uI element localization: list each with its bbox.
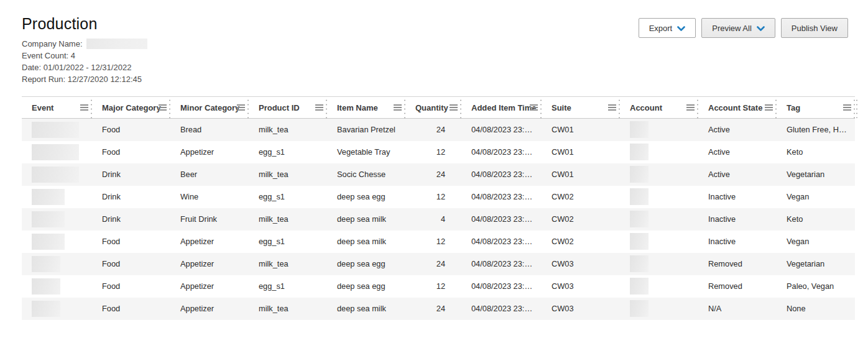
cell-tag: Vegan (777, 231, 855, 253)
column-header-label: Account State (708, 103, 762, 112)
cell-quantity: 24 (405, 119, 461, 141)
column-header-account_state[interactable]: Account State (698, 97, 777, 119)
redacted-value (630, 188, 649, 205)
column-menu-icon[interactable] (315, 104, 323, 111)
column-menu-icon[interactable] (450, 104, 458, 111)
column-menu-icon[interactable] (394, 104, 402, 111)
redacted-value (32, 122, 79, 138)
cell-product_id: egg_s1 (249, 141, 327, 163)
table-row: DrinkFruit Drinkmilk_teadeep sea milk404… (22, 208, 855, 231)
cell-account (620, 208, 698, 231)
cell-quantity: 12 (405, 186, 461, 208)
cell-event (22, 141, 92, 163)
redacted-value (32, 301, 60, 317)
cell-account_state: Active (698, 119, 777, 141)
export-button[interactable]: Export (639, 18, 696, 38)
redacted-value (630, 233, 649, 250)
cell-major_category: Drink (92, 208, 170, 231)
preview-all-button[interactable]: Preview All (701, 18, 775, 38)
cell-account (620, 253, 698, 275)
cell-item_name: deep sea milk (327, 298, 405, 320)
column-menu-icon[interactable] (530, 104, 538, 111)
cell-account (620, 231, 698, 253)
table-row: FoodAppetizermilk_teadeep sea egg2404/08… (22, 253, 855, 275)
publish-view-button[interactable]: Publish View (781, 18, 848, 38)
column-header-tag[interactable]: Tag (777, 97, 855, 119)
cell-major_category: Food (92, 253, 170, 275)
cell-account (620, 275, 698, 298)
table-row: FoodAppetizermilk_teadeep sea milk2404/0… (22, 298, 855, 320)
cell-minor_category: Beer (170, 163, 249, 186)
cell-suite: CW03 (542, 275, 620, 298)
column-header-label: Suite (552, 103, 571, 112)
cell-account_state: Active (698, 163, 777, 186)
column-header-label: Event (32, 103, 53, 112)
report-page: Production Company Name:Event Count: 4Da… (0, 0, 868, 338)
column-header-account[interactable]: Account (620, 97, 698, 119)
table-row: FoodBreadmilk_teaBavarian Pretzel2404/08… (22, 119, 855, 141)
cell-account_state: Removed (698, 275, 777, 298)
cell-item_name: Socic Chesse (327, 163, 405, 186)
column-menu-icon[interactable] (686, 104, 695, 111)
cell-major_category: Drink (92, 163, 170, 186)
cell-minor_category: Fruit Drink (170, 208, 249, 231)
cell-added_item_time: 04/08/2023 23:58:26 (461, 253, 542, 275)
cell-event (22, 186, 92, 208)
column-menu-icon[interactable] (843, 104, 851, 111)
table-row: DrinkBeermilk_teaSocic Chesse2404/08/202… (22, 163, 855, 186)
column-menu-icon[interactable] (159, 104, 167, 111)
table-body: FoodBreadmilk_teaBavarian Pretzel2404/08… (22, 119, 855, 320)
cell-event (22, 253, 92, 275)
publish-view-button-label: Publish View (792, 24, 838, 33)
column-menu-icon[interactable] (80, 104, 88, 111)
cell-quantity: 24 (405, 163, 461, 186)
column-menu-icon[interactable] (237, 104, 245, 111)
cell-added_item_time: 04/08/2023 23:58:26 (461, 163, 542, 186)
column-header-major_category[interactable]: Major Category (92, 97, 170, 119)
column-header-label: Product ID (259, 103, 300, 112)
cell-product_id: milk_tea (249, 298, 327, 320)
cell-added_item_time: 04/08/2023 23:58:26 (461, 186, 542, 208)
cell-event (22, 208, 92, 231)
cell-quantity: 12 (405, 275, 461, 298)
cell-item_name: deep sea egg (327, 186, 405, 208)
column-header-event[interactable]: Event (22, 97, 92, 119)
export-button-label: Export (649, 24, 673, 33)
redacted-value (32, 167, 79, 183)
cell-product_id: egg_s1 (249, 275, 327, 298)
cell-suite: CW02 (542, 231, 620, 253)
column-header-quantity[interactable]: Quantity (405, 97, 461, 119)
cell-suite: CW02 (542, 208, 620, 231)
cell-product_id: egg_s1 (249, 231, 327, 253)
column-header-added_item_time[interactable]: Added Item Time (461, 97, 542, 119)
chevron-down-icon (677, 26, 685, 32)
cell-major_category: Drink (92, 186, 170, 208)
cell-minor_category: Appetizer (170, 231, 249, 253)
redacted-value (32, 234, 65, 250)
cell-tag: Keto (777, 141, 855, 163)
cell-minor_category: Wine (170, 186, 249, 208)
column-header-item_name[interactable]: Item Name (327, 97, 405, 119)
meta-line: Company Name: (22, 38, 147, 50)
column-menu-icon[interactable] (608, 104, 616, 111)
column-header-suite[interactable]: Suite (542, 97, 620, 119)
table-row: DrinkWineegg_s1deep sea egg1204/08/2023 … (22, 186, 855, 208)
cell-account_state: Inactive (698, 231, 777, 253)
cell-minor_category: Bread (170, 119, 249, 141)
column-resize-grip-icon[interactable] (852, 97, 857, 118)
cell-minor_category: Appetizer (170, 298, 249, 320)
column-header-product_id[interactable]: Product ID (249, 97, 327, 119)
cell-tag: Gluten Free, Halal (777, 119, 855, 141)
cell-tag: Vegan (777, 186, 855, 208)
column-header-label: Added Item Time (471, 103, 537, 112)
cell-quantity: 4 (405, 208, 461, 231)
meta-label: Report Run: 12/27/2020 12:12:45 (22, 73, 142, 85)
column-header-minor_category[interactable]: Minor Category (170, 97, 249, 119)
column-header-label: Account (630, 103, 662, 112)
cell-item_name: deep sea egg (327, 253, 405, 275)
cell-product_id: milk_tea (249, 119, 327, 141)
redacted-value (630, 144, 649, 160)
cell-account_state: N/A (698, 298, 777, 320)
redacted-value (32, 211, 65, 227)
column-menu-icon[interactable] (765, 104, 773, 111)
